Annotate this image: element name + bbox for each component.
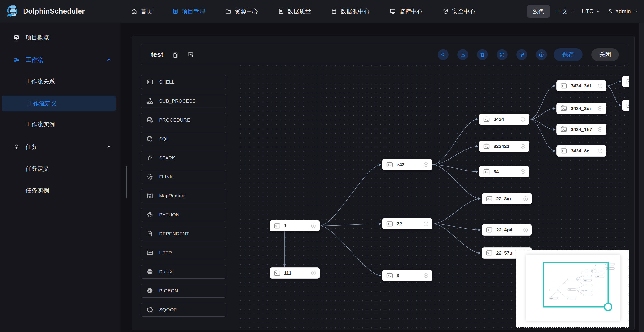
copy-icon[interactable] [172, 51, 179, 58]
nav-item-home[interactable]: 首页 [131, 7, 152, 15]
save-button[interactable]: 保存 [554, 48, 582, 61]
dag-node-3434_8e[interactable]: 3434_8e [556, 145, 606, 157]
terminal-icon [386, 161, 394, 168]
theme-toggle-button[interactable]: 浅色 [527, 5, 550, 18]
terminal-icon [485, 195, 493, 202]
edit-view-icon[interactable] [187, 51, 194, 58]
plus-circle-icon[interactable] [597, 83, 603, 89]
dag-node-3434[interactable]: 3434 [479, 114, 529, 125]
dag-node-22[interactable]: 22 [382, 218, 432, 230]
plus-circle-icon[interactable] [520, 143, 526, 149]
task-type-label: SPARK [159, 155, 175, 161]
search-button[interactable] [438, 49, 448, 60]
format-button[interactable] [516, 49, 527, 60]
sidebar-item[interactable]: 工作流 [0, 52, 121, 68]
plus-circle-icon[interactable] [520, 169, 526, 175]
timezone-dropdown[interactable]: UTC [582, 8, 600, 15]
dag-node-3[interactable]: 3 [382, 270, 432, 281]
node-label: 34 [494, 169, 499, 174]
flink-icon [146, 173, 153, 180]
task-type-PROCEDURE[interactable]: PROCEDURE [141, 113, 226, 127]
chevron-up-icon[interactable] [106, 144, 112, 150]
plus-circle-icon[interactable] [423, 162, 429, 168]
task-type-label: HTTP [159, 250, 172, 256]
sidebar-item[interactable]: 工作流实例 [0, 116, 121, 132]
sidebar-item[interactable]: 任务 [0, 139, 121, 155]
task-type-PYTHON[interactable]: PYTHON [141, 208, 226, 222]
task-type-HTTP[interactable]: HTTPHTTP [141, 246, 226, 260]
dag-node-34[interactable]: 34 [479, 166, 529, 177]
sidebar-scrollbar[interactable] [126, 166, 128, 198]
workflow-name: test [151, 51, 163, 59]
sidebar-item[interactable]: 任务实例 [0, 182, 121, 198]
dag-canvas[interactable]: 1111e4322334343234233422_3iu22_4p422_57u… [236, 65, 629, 329]
sidebar-item[interactable]: 工作流关系 [0, 73, 121, 89]
terminal-icon [626, 78, 629, 85]
sidebar-item-selected[interactable]: 工作流定义 [2, 95, 116, 111]
task-type-DEPENDENT[interactable]: DEPENDENT [141, 227, 226, 241]
dag-node-clipped[interactable] [622, 76, 629, 87]
plus-circle-icon[interactable] [520, 116, 526, 122]
delete-button[interactable] [477, 49, 488, 60]
nav-item-shield[interactable]: 安全中心 [442, 7, 476, 15]
sidebar-item[interactable]: 项目概览 [0, 29, 121, 45]
dolphinscheduler-app: DolphinScheduler 首页项目管理资源中心数据质量数据源中心监控中心… [0, 0, 644, 332]
language-dropdown[interactable]: 中文 [556, 8, 575, 15]
sqoop-icon [146, 306, 153, 313]
nav-item-folder[interactable]: 资源中心 [225, 7, 258, 15]
chevron-down-icon [596, 9, 600, 14]
dag-edge-3434-3434_8e [529, 119, 556, 151]
fullscreen-button[interactable] [497, 49, 508, 60]
info-button[interactable] [536, 49, 547, 60]
task-type-PIGEON[interactable]: PIGEON [141, 284, 226, 298]
plus-circle-icon[interactable] [310, 223, 316, 229]
plus-circle-icon[interactable] [597, 126, 603, 132]
plus-circle-icon[interactable] [423, 273, 429, 279]
nav-item-datasource[interactable]: 数据源中心 [331, 7, 370, 15]
chevron-up-icon[interactable] [106, 57, 112, 62]
dag-node-3434_3df[interactable]: 3434_3df [556, 80, 606, 91]
task-type-label: PIGEON [159, 288, 178, 293]
window-scrollbar-track[interactable] [640, 22, 644, 332]
sidebar-item[interactable]: 任务定义 [0, 161, 121, 177]
terminal-icon [386, 272, 394, 279]
plus-circle-icon[interactable] [423, 221, 429, 227]
task-type-MapReduce[interactable]: MRMapReduce [141, 189, 226, 203]
task-type-SPARK[interactable]: SPARK [141, 151, 226, 165]
plus-circle-icon[interactable] [597, 105, 603, 111]
plus-circle-icon[interactable] [523, 227, 528, 233]
dag-edge-e43-3434 [432, 119, 478, 165]
python-icon [146, 211, 153, 218]
folder-icon [225, 8, 232, 14]
task-type-SQOOP[interactable]: SQOOP [141, 303, 226, 317]
minimap[interactable] [516, 250, 629, 328]
nav-item-project[interactable]: 项目管理 [172, 7, 205, 15]
dag-node-323423[interactable]: 323423 [479, 141, 529, 152]
dag-node-22_4p4[interactable]: 22_4p4 [482, 224, 532, 236]
task-type-SHELL[interactable]: SHELL [141, 75, 226, 89]
dag-node-3434_1h7[interactable]: 3434_1h7 [556, 124, 606, 135]
task-type-SUB_PROCESS[interactable]: SUB_PROCESS [141, 94, 226, 108]
dag-node-111[interactable]: 111 [270, 267, 320, 279]
dag-node-clipped[interactable] [622, 100, 629, 111]
nav-item-monitor[interactable]: 监控中心 [390, 7, 422, 15]
dag-node-3434_3ui[interactable]: 3434_3ui [556, 103, 606, 114]
minimap-edge [576, 290, 584, 291]
dag-node-1[interactable]: 1 [270, 220, 320, 232]
plus-circle-icon[interactable] [310, 270, 316, 276]
user-menu[interactable]: admin [608, 8, 638, 15]
dag-node-22_3iu[interactable]: 22_3iu [482, 193, 532, 204]
task-type-SQL[interactable]: SQLSQL [141, 132, 226, 146]
close-button[interactable]: 关闭 [591, 48, 619, 61]
task-type-label: SQL [159, 136, 169, 142]
quality-icon [278, 8, 284, 14]
task-type-label: MapReduce [159, 193, 186, 199]
plus-circle-icon[interactable] [523, 196, 528, 202]
dag-node-e43[interactable]: e43 [382, 159, 432, 170]
download-button[interactable] [457, 49, 468, 60]
nav-item-quality[interactable]: 数据质量 [278, 7, 311, 15]
task-type-FLINK[interactable]: FLINK [141, 170, 226, 184]
format-icon [519, 52, 525, 58]
task-type-DataX[interactable]: DataXDataX [141, 265, 226, 279]
plus-circle-icon[interactable] [597, 148, 603, 154]
